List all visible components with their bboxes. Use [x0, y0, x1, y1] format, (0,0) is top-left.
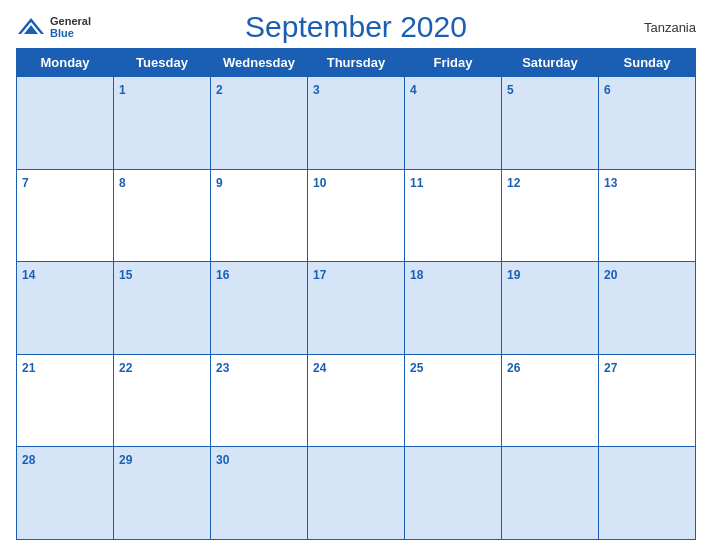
calendar-cell: 19 [502, 262, 599, 355]
day-number: 19 [507, 268, 520, 282]
day-number: 20 [604, 268, 617, 282]
day-number: 10 [313, 176, 326, 190]
logo-general-text: General [50, 15, 91, 27]
day-number: 17 [313, 268, 326, 282]
calendar-cell: 4 [405, 77, 502, 170]
calendar-cell: 10 [308, 169, 405, 262]
day-number: 8 [119, 176, 126, 190]
calendar-cell: 14 [17, 262, 114, 355]
calendar-cell [17, 77, 114, 170]
day-number: 4 [410, 83, 417, 97]
calendar-cell [308, 447, 405, 540]
calendar-cell: 8 [114, 169, 211, 262]
calendar-cell: 9 [211, 169, 308, 262]
day-number: 13 [604, 176, 617, 190]
weekday-header-row: MondayTuesdayWednesdayThursdayFridaySatu… [17, 49, 696, 77]
calendar-title: September 2020 [245, 10, 467, 44]
logo-blue-text: Blue [50, 27, 91, 39]
calendar-table: MondayTuesdayWednesdayThursdayFridaySatu… [16, 48, 696, 540]
weekday-header-monday: Monday [17, 49, 114, 77]
day-number: 26 [507, 361, 520, 375]
day-number: 29 [119, 453, 132, 467]
calendar-cell [405, 447, 502, 540]
calendar-body: 1234567891011121314151617181920212223242… [17, 77, 696, 540]
weekday-header-thursday: Thursday [308, 49, 405, 77]
day-number: 1 [119, 83, 126, 97]
day-number: 7 [22, 176, 29, 190]
day-number: 12 [507, 176, 520, 190]
calendar-cell: 18 [405, 262, 502, 355]
day-number: 5 [507, 83, 514, 97]
day-number: 30 [216, 453, 229, 467]
calendar-header: General Blue September 2020 Tanzania [16, 10, 696, 44]
calendar-week-row: 78910111213 [17, 169, 696, 262]
day-number: 14 [22, 268, 35, 282]
calendar-week-row: 123456 [17, 77, 696, 170]
logo: General Blue [16, 15, 91, 39]
weekday-header-friday: Friday [405, 49, 502, 77]
calendar-cell: 13 [599, 169, 696, 262]
calendar-cell: 5 [502, 77, 599, 170]
calendar-cell: 25 [405, 354, 502, 447]
day-number: 16 [216, 268, 229, 282]
calendar-cell: 26 [502, 354, 599, 447]
country-label: Tanzania [644, 20, 696, 35]
day-number: 24 [313, 361, 326, 375]
calendar-cell [502, 447, 599, 540]
calendar-cell: 1 [114, 77, 211, 170]
calendar-cell: 15 [114, 262, 211, 355]
day-number: 6 [604, 83, 611, 97]
day-number: 25 [410, 361, 423, 375]
day-number: 2 [216, 83, 223, 97]
weekday-header-sunday: Sunday [599, 49, 696, 77]
calendar-cell: 27 [599, 354, 696, 447]
calendar-cell: 11 [405, 169, 502, 262]
day-number: 11 [410, 176, 423, 190]
weekday-header-wednesday: Wednesday [211, 49, 308, 77]
day-number: 15 [119, 268, 132, 282]
day-number: 22 [119, 361, 132, 375]
generalblue-logo-icon [16, 16, 46, 38]
calendar-cell: 30 [211, 447, 308, 540]
calendar-cell: 12 [502, 169, 599, 262]
calendar-cell: 6 [599, 77, 696, 170]
calendar-cell: 23 [211, 354, 308, 447]
calendar-cell: 24 [308, 354, 405, 447]
weekday-header-tuesday: Tuesday [114, 49, 211, 77]
day-number: 27 [604, 361, 617, 375]
calendar-cell: 22 [114, 354, 211, 447]
calendar-week-row: 14151617181920 [17, 262, 696, 355]
calendar-cell: 3 [308, 77, 405, 170]
day-number: 9 [216, 176, 223, 190]
calendar-cell: 7 [17, 169, 114, 262]
day-number: 21 [22, 361, 35, 375]
calendar-cell [599, 447, 696, 540]
calendar-cell: 20 [599, 262, 696, 355]
weekday-header-saturday: Saturday [502, 49, 599, 77]
calendar-week-row: 21222324252627 [17, 354, 696, 447]
calendar-cell: 2 [211, 77, 308, 170]
calendar-cell: 21 [17, 354, 114, 447]
calendar-cell: 16 [211, 262, 308, 355]
calendar-week-row: 282930 [17, 447, 696, 540]
day-number: 28 [22, 453, 35, 467]
calendar-cell: 29 [114, 447, 211, 540]
day-number: 23 [216, 361, 229, 375]
day-number: 18 [410, 268, 423, 282]
calendar-cell: 17 [308, 262, 405, 355]
day-number: 3 [313, 83, 320, 97]
calendar-cell: 28 [17, 447, 114, 540]
